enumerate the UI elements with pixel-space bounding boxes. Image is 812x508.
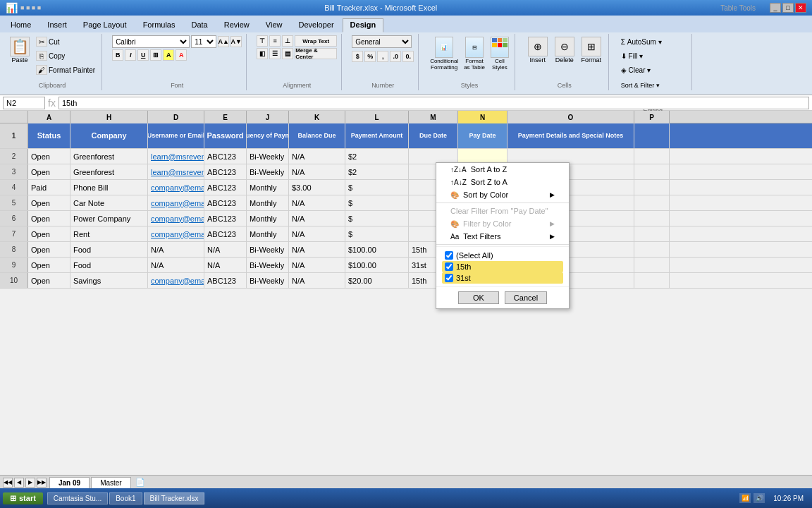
- col-header-A[interactable]: A: [28, 111, 70, 123]
- cell-extra-2[interactable]: [634, 149, 670, 164]
- font-color-button[interactable]: A: [176, 49, 187, 61]
- number-format-selector[interactable]: General: [352, 35, 412, 48]
- email-link-6[interactable]: company@email.com: [151, 214, 204, 223]
- cell-freq-2[interactable]: Bi-Weekly: [247, 149, 289, 164]
- col-header-D[interactable]: D: [148, 111, 204, 123]
- cell-duedate-2[interactable]: [409, 149, 458, 164]
- cell-password-5[interactable]: ABC123: [204, 195, 247, 210]
- cell-status-5[interactable]: Open: [28, 195, 70, 210]
- cell-company-7[interactable]: Rent: [70, 226, 148, 241]
- autosum-button[interactable]: Σ AutoSum ▾: [619, 35, 664, 48]
- cell-password-6[interactable]: ABC123: [204, 211, 247, 226]
- copy-button[interactable]: ⎘ Copy: [34, 49, 97, 62]
- tab-review[interactable]: Review: [216, 18, 257, 32]
- cell-company-8[interactable]: Food: [70, 242, 148, 257]
- cell-paydate-2[interactable]: [458, 149, 508, 164]
- cell-freq-4[interactable]: Monthly: [247, 180, 289, 195]
- tab-formulas[interactable]: Formulas: [135, 18, 183, 32]
- cell-extra-6[interactable]: [634, 211, 670, 226]
- cell-username-7[interactable]: company@email.com: [148, 226, 204, 241]
- tab-page-layout[interactable]: Page Layout: [75, 18, 135, 32]
- insert-button[interactable]: ⊕ Insert: [525, 35, 550, 65]
- cell-payment-6[interactable]: $: [345, 211, 409, 226]
- col-header-M[interactable]: M: [409, 111, 458, 123]
- cell-status-4[interactable]: Paid: [28, 180, 70, 195]
- cell-balance-4[interactable]: $3.00: [289, 180, 345, 195]
- cell-password-7[interactable]: ABC123: [204, 226, 247, 241]
- bold-button[interactable]: B: [112, 49, 123, 61]
- cell-password-10[interactable]: ABC123: [204, 273, 247, 288]
- cell-status-8[interactable]: Open: [28, 242, 70, 257]
- font-size-selector[interactable]: 11: [191, 35, 216, 48]
- tab-view[interactable]: View: [258, 18, 290, 32]
- checkbox-select-all[interactable]: (Select All): [442, 250, 563, 261]
- cell-status-9[interactable]: Open: [28, 258, 70, 272]
- tab-insert[interactable]: Insert: [39, 18, 75, 32]
- cell-username-10[interactable]: company@email.com: [148, 273, 204, 288]
- cell-extra-8[interactable]: [634, 242, 670, 257]
- cell-payment-2[interactable]: $2: [345, 149, 409, 164]
- minimize-button[interactable]: _: [770, 3, 781, 13]
- title-bar-controls[interactable]: _ □ ✕: [770, 3, 806, 13]
- comma-button[interactable]: ,: [377, 51, 388, 62]
- cell-username-5[interactable]: company@email.com: [148, 195, 204, 210]
- menu-text-filters[interactable]: Aa Text Filters ▶: [436, 230, 569, 243]
- cell-balance-9[interactable]: N/A: [289, 258, 345, 272]
- cell-username-3[interactable]: learn@msrevenda.com: [148, 164, 204, 179]
- cell-payment-8[interactable]: $100.00: [345, 242, 409, 257]
- currency-button[interactable]: $: [352, 51, 363, 62]
- tab-design[interactable]: Design: [343, 18, 384, 32]
- taskbar-item-camtasia[interactable]: Camtasia Stu...: [47, 492, 108, 504]
- cell-freq-7[interactable]: Monthly: [247, 226, 289, 241]
- cell-balance-5[interactable]: N/A: [289, 195, 345, 210]
- cell-payment-5[interactable]: $: [345, 195, 409, 210]
- cell-extra-4[interactable]: [634, 180, 670, 195]
- cell-username-8[interactable]: N/A: [148, 242, 204, 257]
- col-header-J[interactable]: J: [247, 111, 289, 123]
- font-family-selector[interactable]: Calibri: [112, 35, 190, 48]
- cell-payment-9[interactable]: $100.00: [345, 258, 409, 272]
- cell-payment-4[interactable]: $: [345, 180, 409, 195]
- cell-company-9[interactable]: Food: [70, 258, 148, 272]
- cut-button[interactable]: ✂ Cut: [34, 35, 97, 48]
- sheet-nav-next[interactable]: ▶: [25, 478, 35, 488]
- cell-balance-2[interactable]: N/A: [289, 149, 345, 164]
- start-button[interactable]: ⊞ start: [3, 492, 43, 504]
- cell-company-10[interactable]: Savings: [70, 273, 148, 288]
- col-header-N[interactable]: N: [458, 111, 508, 123]
- cell-status-10[interactable]: Open: [28, 273, 70, 288]
- fill-button[interactable]: ⬇ Fill ▾: [619, 49, 645, 62]
- email-link-7[interactable]: company@email.com: [151, 230, 204, 238]
- col-header-O[interactable]: O: [508, 111, 634, 123]
- delete-button[interactable]: ⊖ Delete: [552, 35, 577, 65]
- cell-company-4[interactable]: Phone Bill: [70, 180, 148, 195]
- dropdown-ok-button[interactable]: OK: [458, 291, 499, 304]
- cell-status-7[interactable]: Open: [28, 226, 70, 241]
- underline-button[interactable]: U: [137, 49, 149, 61]
- cell-freq-8[interactable]: Bi-Weekly: [247, 242, 289, 257]
- sheet-nav-first[interactable]: ◀◀: [3, 478, 13, 488]
- wrap-text-button[interactable]: Wrap Text: [295, 35, 337, 47]
- cell-password-3[interactable]: ABC123: [204, 164, 247, 179]
- filter-dropdown-menu[interactable]: ↑Z↓A Sort A to Z ↑A↓Z Sort Z to A 🎨 Sort…: [436, 162, 570, 309]
- cell-freq-3[interactable]: Bi-Weekly: [247, 164, 289, 179]
- checkbox-15th[interactable]: 15th: [442, 261, 563, 272]
- sheet-nav-last[interactable]: ▶▶: [37, 478, 47, 488]
- email-link-2[interactable]: learn@msrevenda.com: [151, 152, 204, 161]
- cell-username-6[interactable]: company@email.com: [148, 211, 204, 226]
- taskbar-item-billtracker[interactable]: Bill Tracker.xlsx: [144, 492, 205, 504]
- cell-status-2[interactable]: Open: [28, 149, 70, 164]
- align-middle-button[interactable]: ≡: [269, 35, 281, 47]
- paste-button[interactable]: 📋 Paste: [7, 35, 32, 65]
- cell-extra-10[interactable]: [634, 273, 670, 288]
- align-left-button[interactable]: ◧: [257, 48, 268, 59]
- cell-extra-9[interactable]: [634, 258, 670, 272]
- increase-decimal-button[interactable]: .0: [390, 51, 401, 62]
- cell-status-3[interactable]: Open: [28, 164, 70, 179]
- cell-company-2[interactable]: Greenforest: [70, 149, 148, 164]
- sort-filter-button[interactable]: Sort & Filter ▾: [619, 79, 662, 92]
- email-link-10[interactable]: company@email.com: [151, 277, 204, 285]
- align-bottom-button[interactable]: ⊥: [282, 35, 293, 47]
- cell-balance-10[interactable]: N/A: [289, 273, 345, 288]
- conditional-formatting-button[interactable]: 📊 ConditionalFormatting: [429, 35, 460, 72]
